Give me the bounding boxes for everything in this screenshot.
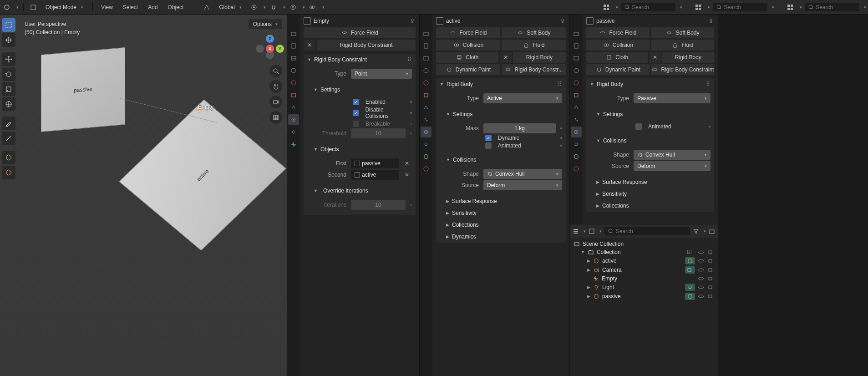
section-surface-response[interactable]: ▶Surface Response <box>586 176 714 188</box>
dynamic-paint-button[interactable]: Dynamic Paint <box>586 64 650 75</box>
cloth-button[interactable]: Cloth <box>436 52 498 63</box>
orientation-dropdown[interactable]: Global ▾ <box>214 3 246 12</box>
tab-object[interactable] <box>571 90 582 101</box>
section-surface-response[interactable]: ▶Surface Response <box>436 195 566 207</box>
threshold-field[interactable]: 10 <box>351 128 406 138</box>
nav-gizmo[interactable]: Z Y X <box>258 35 282 59</box>
orientation-icon[interactable] <box>202 2 212 12</box>
section-collections[interactable]: ▶Collections <box>586 200 714 212</box>
rigid-body-constraint-button[interactable]: Rigid Body Constraint <box>651 64 714 75</box>
eye-icon[interactable] <box>697 276 705 281</box>
second-object-field[interactable]: active <box>351 170 399 180</box>
eye-icon[interactable] <box>697 259 705 263</box>
tree-item-camera[interactable]: ▶Camera <box>571 265 717 274</box>
breakable-checkbox[interactable] <box>353 121 359 127</box>
section-rbc[interactable]: ▼Rigid Body Constraint⠿ <box>304 54 416 66</box>
axis-y[interactable]: Y <box>276 45 284 53</box>
tab-viewlayer[interactable] <box>288 53 299 64</box>
render-toggle-icon[interactable] <box>707 285 715 290</box>
tab-mesh[interactable] <box>571 151 582 162</box>
tool-measure[interactable] <box>2 132 15 145</box>
tab-modifiers[interactable] <box>571 102 582 113</box>
tool-transform[interactable] <box>2 97 15 111</box>
tree-item-active[interactable]: ▶active <box>571 256 717 265</box>
tree-item-empty[interactable]: Empty <box>571 274 717 283</box>
pan-button[interactable] <box>269 80 282 93</box>
eye-icon[interactable] <box>697 268 705 272</box>
section-settings[interactable]: ▼Settings <box>586 108 714 120</box>
type-dropdown[interactable]: Passive▾ <box>634 93 711 103</box>
axis-neg-z[interactable] <box>266 51 274 59</box>
force-field-button[interactable]: Force Field <box>304 27 416 38</box>
soft-body-button[interactable]: Soft Body <box>502 27 566 38</box>
tab-constraints[interactable] <box>571 139 582 150</box>
tool-rotate[interactable] <box>2 67 15 81</box>
enabled-checkbox[interactable] <box>353 99 359 105</box>
tab-data[interactable] <box>288 139 299 150</box>
display-mode-icon[interactable] <box>589 228 595 234</box>
snap-icon[interactable] <box>269 2 279 12</box>
clear-second-button[interactable]: ✕ <box>402 172 412 178</box>
section-objects[interactable]: ▼Objects <box>304 143 416 155</box>
mode-dropdown[interactable]: Object Mode ▾ <box>41 3 88 12</box>
pin-icon[interactable] <box>708 18 714 24</box>
tab-constraints[interactable] <box>421 139 431 150</box>
menu-view[interactable]: View <box>97 2 117 12</box>
zoom-button[interactable] <box>269 65 282 77</box>
pivot-icon[interactable] <box>249 2 259 12</box>
tab-output[interactable] <box>421 41 431 51</box>
search-input-1[interactable] <box>621 3 675 11</box>
fluid-button[interactable]: Fluid <box>502 40 566 51</box>
viewport-3d[interactable]: User Perspective (50) Collection | Empty <box>0 15 287 376</box>
rigid-body-button[interactable]: Rigid Body <box>662 52 714 63</box>
render-toggle-icon[interactable] <box>707 294 715 299</box>
tab-particles[interactable] <box>421 114 431 125</box>
tab-output[interactable] <box>571 41 582 51</box>
tab-world[interactable] <box>288 77 299 88</box>
tool-scale[interactable] <box>2 82 15 96</box>
props-editor-icon[interactable] <box>601 2 611 12</box>
rigid-body-button[interactable]: Rigid Body <box>513 52 566 63</box>
tool-add-other[interactable] <box>2 166 15 179</box>
editor-type-icon[interactable] <box>2 2 12 12</box>
search-input-2[interactable] <box>713 3 767 11</box>
drag-handle-icon[interactable]: ⠿ <box>407 56 412 63</box>
remove-rigid-body-button[interactable]: ✕ <box>649 52 661 63</box>
menu-add[interactable]: Add <box>144 2 161 12</box>
disable-collisions-checkbox[interactable] <box>353 110 359 116</box>
animated-checkbox[interactable] <box>485 142 492 149</box>
tab-modifiers[interactable] <box>421 102 431 113</box>
tab-physics[interactable] <box>421 127 431 137</box>
tab-material[interactable] <box>421 163 431 174</box>
dynamic-paint-button[interactable]: Dynamic Paint <box>436 64 500 75</box>
pin-icon[interactable] <box>559 18 566 24</box>
tab-viewlayer[interactable] <box>421 53 431 64</box>
remove-rigid-body-button[interactable]: ✕ <box>500 52 512 63</box>
cube-icon[interactable] <box>28 2 38 12</box>
shape-dropdown[interactable]: Convex Hull▾ <box>634 150 711 160</box>
mesh-data-icon[interactable] <box>685 257 695 264</box>
tree-item-light[interactable]: ▶Light <box>571 283 717 292</box>
tab-render[interactable] <box>571 28 582 39</box>
tab-output[interactable] <box>288 41 299 51</box>
tab-modifiers[interactable] <box>288 102 299 113</box>
tree-collection[interactable]: ▼Collection☑ <box>571 248 717 256</box>
menu-select[interactable]: Select <box>119 2 142 12</box>
eye-icon[interactable] <box>697 250 705 254</box>
search-input-3[interactable] <box>805 3 859 11</box>
filter-icon[interactable] <box>693 228 699 234</box>
tab-scene[interactable] <box>571 65 582 76</box>
tool-select[interactable] <box>2 18 15 32</box>
new-collection-icon[interactable] <box>709 228 715 234</box>
pin-icon[interactable] <box>409 18 416 24</box>
tab-scene[interactable] <box>421 65 431 76</box>
tab-world[interactable] <box>421 77 431 88</box>
section-sensitivity[interactable]: ▶Sensitivity <box>436 207 566 219</box>
tool-add-cube[interactable] <box>2 151 15 164</box>
axis-neg-y[interactable] <box>256 45 264 53</box>
axis-z[interactable]: Z <box>266 35 274 43</box>
iterations-field[interactable]: 10 <box>351 200 406 210</box>
tab-world[interactable] <box>571 77 582 88</box>
eye-icon[interactable] <box>697 285 705 290</box>
options-dropdown[interactable]: Options▾ <box>249 19 282 29</box>
